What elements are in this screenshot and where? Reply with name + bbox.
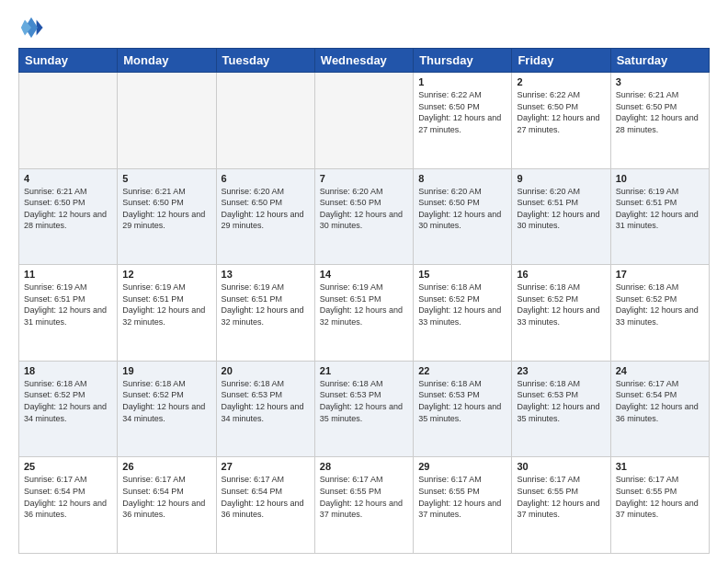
col-wednesday: Wednesday [314,49,413,73]
day-info: Sunrise: 6:17 AMSunset: 6:55 PMDaylight:… [418,474,506,520]
day-info: Sunrise: 6:18 AMSunset: 6:52 PMDaylight:… [517,282,605,327]
day-info: Sunrise: 6:18 AMSunset: 6:53 PMDaylight:… [517,378,605,424]
calendar-day: 17Sunrise: 6:18 AMSunset: 6:52 PMDayligh… [610,265,709,362]
calendar-day: 14Sunrise: 6:19 AMSunset: 6:51 PMDayligh… [314,265,413,362]
day-number: 16 [517,269,605,280]
calendar-day: 25Sunrise: 6:17 AMSunset: 6:54 PMDayligh… [19,457,118,554]
calendar-day: 27Sunrise: 6:17 AMSunset: 6:54 PMDayligh… [216,457,314,554]
calendar-day [216,73,314,169]
calendar-week-5: 25Sunrise: 6:17 AMSunset: 6:54 PMDayligh… [19,457,710,554]
col-saturday: Saturday [610,49,709,73]
logo [18,15,48,40]
day-info: Sunrise: 6:22 AMSunset: 6:50 PMDaylight:… [517,89,605,135]
day-info: Sunrise: 6:20 AMSunset: 6:50 PMDaylight:… [320,186,408,232]
calendar-day: 30Sunrise: 6:17 AMSunset: 6:55 PMDayligh… [512,457,610,554]
day-number: 24 [616,365,704,376]
col-friday: Friday [512,49,610,73]
col-monday: Monday [118,49,216,73]
day-number: 29 [418,461,506,472]
calendar-week-4: 18Sunrise: 6:18 AMSunset: 6:52 PMDayligh… [19,361,710,457]
calendar-day: 26Sunrise: 6:17 AMSunset: 6:54 PMDayligh… [118,457,216,554]
calendar-day: 13Sunrise: 6:19 AMSunset: 6:51 PMDayligh… [216,265,314,362]
day-number: 13 [222,269,310,280]
day-number: 14 [320,269,408,280]
calendar-day: 6Sunrise: 6:20 AMSunset: 6:50 PMDaylight… [216,168,314,265]
calendar-day: 16Sunrise: 6:18 AMSunset: 6:52 PMDayligh… [512,265,610,362]
day-number: 9 [517,173,605,184]
day-info: Sunrise: 6:17 AMSunset: 6:54 PMDaylight:… [222,474,310,520]
day-info: Sunrise: 6:19 AMSunset: 6:51 PMDaylight:… [122,282,210,327]
day-info: Sunrise: 6:22 AMSunset: 6:50 PMDaylight:… [418,89,506,135]
page: Sunday Monday Tuesday Wednesday Thursday… [0,0,728,563]
day-info: Sunrise: 6:18 AMSunset: 6:53 PMDaylight:… [222,378,310,424]
calendar-day: 1Sunrise: 6:22 AMSunset: 6:50 PMDaylight… [414,73,512,169]
day-number: 1 [418,76,506,87]
day-number: 18 [24,365,112,376]
day-number: 2 [517,76,605,87]
calendar-day: 12Sunrise: 6:19 AMSunset: 6:51 PMDayligh… [118,265,216,362]
calendar-day: 21Sunrise: 6:18 AMSunset: 6:53 PMDayligh… [314,361,413,457]
day-info: Sunrise: 6:19 AMSunset: 6:51 PMDaylight:… [222,282,310,327]
logo-icon [18,15,44,40]
day-number: 28 [320,461,408,472]
day-number: 15 [418,269,506,280]
day-number: 4 [24,173,112,184]
calendar-day: 5Sunrise: 6:21 AMSunset: 6:50 PMDaylight… [118,168,216,265]
day-info: Sunrise: 6:19 AMSunset: 6:51 PMDaylight:… [320,282,408,327]
calendar-day: 10Sunrise: 6:19 AMSunset: 6:51 PMDayligh… [610,168,709,265]
day-number: 21 [320,365,408,376]
calendar-day: 19Sunrise: 6:18 AMSunset: 6:52 PMDayligh… [118,361,216,457]
day-number: 10 [616,173,704,184]
calendar-day: 22Sunrise: 6:18 AMSunset: 6:53 PMDayligh… [414,361,512,457]
calendar-day: 31Sunrise: 6:17 AMSunset: 6:55 PMDayligh… [610,457,709,554]
calendar-day: 2Sunrise: 6:22 AMSunset: 6:50 PMDaylight… [512,73,610,169]
col-sunday: Sunday [19,49,118,73]
day-number: 11 [24,269,112,280]
day-info: Sunrise: 6:20 AMSunset: 6:50 PMDaylight:… [222,186,310,232]
day-number: 8 [418,173,506,184]
calendar-day: 9Sunrise: 6:20 AMSunset: 6:51 PMDaylight… [512,168,610,265]
day-number: 20 [222,365,310,376]
day-info: Sunrise: 6:20 AMSunset: 6:50 PMDaylight:… [418,186,506,232]
day-info: Sunrise: 6:17 AMSunset: 6:54 PMDaylight:… [24,474,112,520]
day-info: Sunrise: 6:18 AMSunset: 6:52 PMDaylight:… [122,378,210,424]
day-info: Sunrise: 6:17 AMSunset: 6:54 PMDaylight:… [122,474,210,520]
day-info: Sunrise: 6:17 AMSunset: 6:55 PMDaylight:… [320,474,408,520]
day-number: 23 [517,365,605,376]
calendar-day: 11Sunrise: 6:19 AMSunset: 6:51 PMDayligh… [19,265,118,362]
calendar-week-2: 4Sunrise: 6:21 AMSunset: 6:50 PMDaylight… [19,168,710,265]
day-info: Sunrise: 6:18 AMSunset: 6:52 PMDaylight:… [24,378,112,424]
calendar-day: 15Sunrise: 6:18 AMSunset: 6:52 PMDayligh… [414,265,512,362]
calendar-day [314,73,413,169]
day-info: Sunrise: 6:19 AMSunset: 6:51 PMDaylight:… [616,186,704,232]
day-info: Sunrise: 6:20 AMSunset: 6:51 PMDaylight:… [517,186,605,232]
day-number: 27 [222,461,310,472]
day-number: 5 [122,173,210,184]
calendar-week-3: 11Sunrise: 6:19 AMSunset: 6:51 PMDayligh… [19,265,710,362]
day-info: Sunrise: 6:21 AMSunset: 6:50 PMDaylight:… [122,186,210,232]
day-number: 7 [320,173,408,184]
day-info: Sunrise: 6:18 AMSunset: 6:52 PMDaylight:… [418,282,506,327]
day-info: Sunrise: 6:21 AMSunset: 6:50 PMDaylight:… [616,89,704,135]
day-info: Sunrise: 6:19 AMSunset: 6:51 PMDaylight:… [24,282,112,327]
header [18,15,710,40]
day-info: Sunrise: 6:21 AMSunset: 6:50 PMDaylight:… [24,186,112,232]
calendar-day [118,73,216,169]
calendar-day: 8Sunrise: 6:20 AMSunset: 6:50 PMDaylight… [414,168,512,265]
header-row: Sunday Monday Tuesday Wednesday Thursday… [19,49,710,73]
day-info: Sunrise: 6:17 AMSunset: 6:54 PMDaylight:… [616,378,704,424]
day-number: 12 [122,269,210,280]
calendar-day: 20Sunrise: 6:18 AMSunset: 6:53 PMDayligh… [216,361,314,457]
calendar-table: Sunday Monday Tuesday Wednesday Thursday… [18,48,710,554]
day-number: 17 [616,269,704,280]
day-number: 30 [517,461,605,472]
calendar-day [19,73,118,169]
calendar-day: 4Sunrise: 6:21 AMSunset: 6:50 PMDaylight… [19,168,118,265]
calendar-day: 18Sunrise: 6:18 AMSunset: 6:52 PMDayligh… [19,361,118,457]
col-thursday: Thursday [414,49,512,73]
day-number: 19 [122,365,210,376]
calendar-day: 23Sunrise: 6:18 AMSunset: 6:53 PMDayligh… [512,361,610,457]
day-info: Sunrise: 6:17 AMSunset: 6:55 PMDaylight:… [616,474,704,520]
day-number: 3 [616,76,704,87]
calendar-day: 29Sunrise: 6:17 AMSunset: 6:55 PMDayligh… [414,457,512,554]
